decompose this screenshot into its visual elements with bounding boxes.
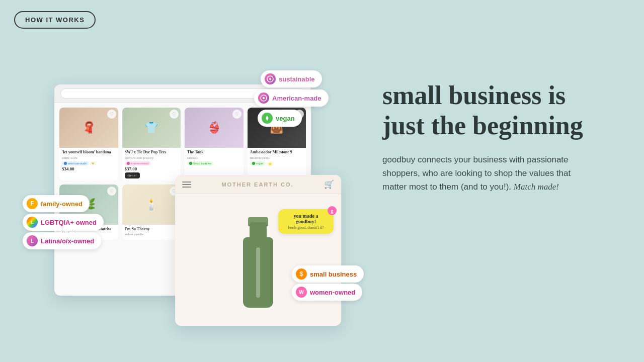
product-name: Ambassador Milestone 9 <box>250 150 304 155</box>
bottle-stripe <box>256 247 260 298</box>
bottle-neck <box>250 222 267 237</box>
hamburger-line <box>182 182 191 183</box>
product-tag: women-owned <box>125 161 151 165</box>
product-tag: american-made <box>62 161 89 165</box>
heart-icon[interactable]: ♡ <box>107 187 116 196</box>
store-body: g you made a goodbuy! Feels good, doesn'… <box>175 194 341 326</box>
cart-icon[interactable]: 🛒 <box>324 179 334 189</box>
product-name: The Tank <box>187 150 241 155</box>
tag-american-made[interactable]: American-made <box>254 89 329 107</box>
product-name: SWJ x Tie Dye Pop Tees <box>125 150 179 155</box>
hamburger-icon[interactable] <box>182 182 191 188</box>
women-owned-label: women-owned <box>310 289 355 296</box>
product-tag: ⭐ <box>266 161 274 166</box>
tag-latina-owned[interactable]: L Latina/o/x-owned <box>23 232 101 249</box>
product-price: $37.00 <box>125 166 179 171</box>
product-tag: vegan <box>250 161 265 166</box>
notification-title: you made a goodbuy! <box>284 213 328 224</box>
heart-icon[interactable]: ♡ <box>232 110 242 119</box>
sustainable-icon <box>265 73 276 84</box>
family-owned-icon: F <box>27 198 38 209</box>
lgbtqia-icon: L <box>27 217 38 228</box>
product-brand: jenny earle <box>62 156 116 160</box>
tag-small-business[interactable]: $ small business <box>292 265 364 283</box>
vegan-icon <box>262 113 273 124</box>
tag-women-owned[interactable]: W women-owned <box>292 284 362 301</box>
product-brand: modern picnic <box>250 156 304 160</box>
american-made-label: American-made <box>272 95 321 102</box>
hero-text-section: small business is just the beginning goo… <box>362 70 604 204</box>
heart-icon[interactable]: ♡ <box>107 110 116 119</box>
sustainable-label: sustainable <box>279 75 315 83</box>
headline-line2: just the beginning <box>382 111 583 140</box>
hamburger-line <box>182 187 191 188</box>
product-brand: knicksy <box>187 156 241 160</box>
hero-headline: small business is just the beginning <box>382 80 584 141</box>
how-it-works-button[interactable]: HOW IT WORKS <box>14 11 96 29</box>
store-panel-header: MOTHER EARTH CO. 🛒 <box>175 175 341 194</box>
heart-icon[interactable]: ♡ <box>170 110 179 119</box>
product-name: 'let yourself bloom' bandana <box>62 150 116 155</box>
product-brand: sierra winter jewelry <box>125 156 179 160</box>
svg-point-3 <box>263 97 265 99</box>
water-bottle <box>240 217 276 308</box>
product-tag: Small business <box>187 161 213 165</box>
hamburger-line <box>182 184 191 185</box>
goodbuy-badge: g <box>328 206 337 215</box>
product-price: $34.00 <box>62 166 116 171</box>
store-name: MOTHER EARTH CO. <box>221 182 293 188</box>
vegan-label: vegan <box>276 115 295 122</box>
get-it-button[interactable]: Get it! <box>125 172 140 178</box>
small-business-label: small business <box>310 270 357 278</box>
product-card[interactable]: ♡ 👕 SWJ x Tie Dye Pop Tees sierra winter… <box>122 108 181 180</box>
hero-description: goodbuy connects your business with pass… <box>382 153 584 194</box>
tag-sustainable[interactable]: sustainable <box>261 70 322 87</box>
latina-label: Latina/o/x-owned <box>41 237 94 245</box>
svg-point-1 <box>269 78 271 80</box>
notification-bubble: g you made a goodbuy! Feels good, doesn'… <box>278 209 334 234</box>
notification-subtitle: Feels good, doesn't it? <box>284 225 328 230</box>
product-tag: W <box>90 161 97 165</box>
bottle-body <box>243 237 273 308</box>
small-business-icon: $ <box>296 268 307 280</box>
women-owned-icon: W <box>296 287 307 298</box>
tag-vegan[interactable]: vegan <box>258 110 302 127</box>
product-card[interactable]: ♡ 👙 The Tank knicksy Small business <box>185 108 244 180</box>
latina-icon: L <box>27 235 38 246</box>
tag-lgbtqia[interactable]: L LGBTQIA+ owned <box>23 214 104 231</box>
product-brand: ardent candle <box>125 232 179 236</box>
family-owned-label: family-owned <box>41 200 83 208</box>
headline-line1: small business is <box>382 81 566 110</box>
product-card[interactable]: ♡ 🕯️ I'm So Thorny ardent candle <box>122 185 181 240</box>
lgbtqia-label: LGBTQIA+ owned <box>41 219 97 226</box>
american-made-icon <box>258 93 269 104</box>
product-name: I'm So Thorny <box>125 227 179 232</box>
tag-family-owned[interactable]: F family-owned <box>23 195 90 212</box>
description-italic: Match made! <box>514 182 559 192</box>
store-panel: MOTHER EARTH CO. 🛒 g you made a goodbuy!… <box>175 175 341 326</box>
product-card[interactable]: ♡ 🧣 'let yourself bloom' bandana jenny e… <box>59 108 118 180</box>
